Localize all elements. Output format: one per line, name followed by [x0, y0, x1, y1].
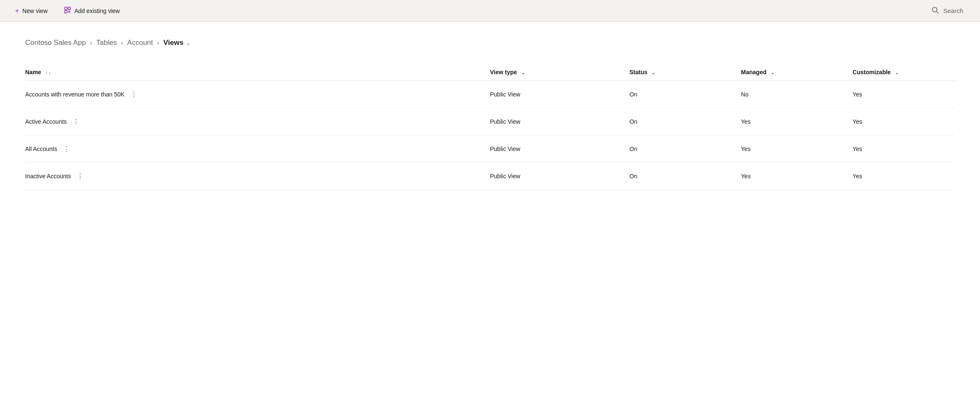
breadcrumb-item-views[interactable]: Views ⌄ — [163, 39, 191, 47]
managed-sort-icon: ⌄ — [771, 70, 774, 75]
sort-asc-icon: ↑ — [45, 70, 48, 75]
breadcrumb-views-label: Views — [163, 39, 183, 47]
row-name-label[interactable]: Accounts with revenue more than 50K — [25, 91, 125, 98]
cell-name-1: Active Accounts ⋮ — [25, 108, 490, 135]
row-name-label[interactable]: Inactive Accounts — [25, 173, 71, 180]
row-context-menu-button[interactable]: ⋮ — [60, 143, 72, 155]
cell-customizable-3: Yes — [852, 163, 955, 190]
breadcrumb-item-tables[interactable]: Tables — [96, 39, 117, 47]
cell-managed-2: Yes — [741, 135, 853, 163]
breadcrumb: Contoso Sales App › Tables › Account › V… — [25, 39, 955, 47]
viewtype-sort-icon: ⌄ — [521, 70, 525, 75]
cell-name-0: Accounts with revenue more than 50K ⋮ — [25, 81, 490, 108]
svg-line-6 — [936, 11, 938, 13]
toolbar-left: + New view Add existing view — [12, 4, 123, 18]
table-row: Inactive Accounts ⋮ Public View On Yes Y… — [25, 163, 955, 190]
row-context-menu-button[interactable]: ⋮ — [70, 116, 82, 128]
row-context-menu-button[interactable]: ⋮ — [74, 170, 86, 182]
status-sort-icon: ⌄ — [651, 70, 655, 75]
search-icon — [932, 7, 939, 15]
cell-viewtype-1: Public View — [490, 108, 630, 135]
col-header-customizable[interactable]: Customizable ⌄ — [852, 64, 955, 81]
col-header-name[interactable]: Name ↑ ↓ — [25, 64, 490, 81]
table-row: Active Accounts ⋮ Public View On Yes Yes — [25, 108, 955, 135]
toolbar: + New view Add existing view Searc — [0, 0, 980, 22]
cell-managed-3: Yes — [741, 163, 853, 190]
sort-desc-icon: ↓ — [49, 70, 51, 75]
col-header-managed[interactable]: Managed ⌄ — [741, 64, 853, 81]
cell-status-1: On — [630, 108, 741, 135]
row-name-label[interactable]: All Accounts — [25, 146, 57, 152]
views-table: Name ↑ ↓ View type ⌄ Status ⌄ Managed ⌄ — [25, 64, 955, 190]
cell-status-0: On — [630, 81, 741, 108]
cell-name-3: Inactive Accounts ⋮ — [25, 163, 490, 190]
cell-customizable-2: Yes — [852, 135, 955, 163]
add-existing-view-label: Add existing view — [74, 8, 120, 14]
search-label: Search — [943, 7, 963, 14]
col-header-status[interactable]: Status ⌄ — [630, 64, 741, 81]
add-existing-view-button[interactable]: Add existing view — [61, 4, 123, 18]
col-header-viewtype[interactable]: View type ⌄ — [490, 64, 630, 81]
table-row: All Accounts ⋮ Public View On Yes Yes — [25, 135, 955, 163]
cell-customizable-1: Yes — [852, 108, 955, 135]
customizable-sort-icon: ⌄ — [895, 70, 899, 75]
cell-status-2: On — [630, 135, 741, 163]
table-header-row: Name ↑ ↓ View type ⌄ Status ⌄ Managed ⌄ — [25, 64, 955, 81]
sort-icons[interactable]: ↑ ↓ — [45, 70, 51, 75]
breadcrumb-item-account[interactable]: Account — [127, 39, 153, 47]
new-view-label: New view — [22, 8, 47, 14]
cell-name-2: All Accounts ⋮ — [25, 135, 490, 163]
cell-managed-1: Yes — [741, 108, 853, 135]
breadcrumb-sep-2: › — [121, 39, 123, 46]
svg-rect-0 — [65, 7, 67, 10]
svg-rect-2 — [65, 10, 67, 13]
breadcrumb-chevron-icon: ⌄ — [186, 40, 191, 46]
cell-viewtype-2: Public View — [490, 135, 630, 163]
new-view-button[interactable]: + New view — [12, 5, 51, 17]
table-row: Accounts with revenue more than 50K ⋮ Pu… — [25, 81, 955, 108]
cell-customizable-0: Yes — [852, 81, 955, 108]
row-name-label[interactable]: Active Accounts — [25, 118, 67, 125]
add-view-icon — [64, 7, 71, 15]
plus-icon: + — [15, 7, 19, 15]
row-context-menu-button[interactable]: ⋮ — [128, 88, 140, 100]
svg-rect-1 — [68, 7, 71, 10]
search-button[interactable]: Search — [927, 4, 968, 18]
breadcrumb-sep-3: › — [157, 39, 159, 46]
cell-viewtype-3: Public View — [490, 163, 630, 190]
cell-viewtype-0: Public View — [490, 81, 630, 108]
main-content: Contoso Sales App › Tables › Account › V… — [0, 22, 980, 393]
cell-managed-0: No — [741, 81, 853, 108]
breadcrumb-item-app[interactable]: Contoso Sales App — [25, 39, 86, 47]
breadcrumb-sep-1: › — [90, 39, 92, 46]
cell-status-3: On — [630, 163, 741, 190]
